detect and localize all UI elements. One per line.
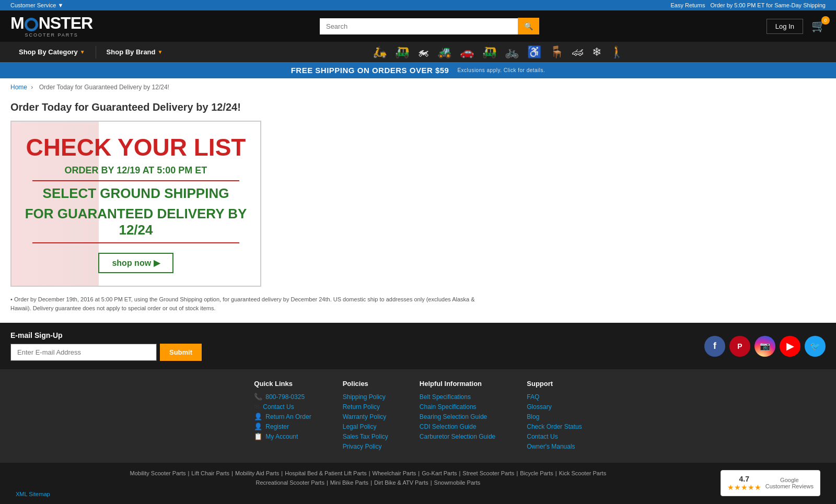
phone-icon: 📞 (254, 393, 262, 401)
owners-manuals-link[interactable]: Owner's Manuals (527, 443, 575, 450)
promo-banner: CHECK YOUR LIST ORDER BY 12/19 AT 5:00 P… (10, 121, 261, 287)
nav-icon-wheelchair[interactable]: ♿ (525, 43, 543, 61)
faq-link[interactable]: FAQ (527, 393, 539, 401)
support-heading: Support (527, 380, 582, 388)
glossary-link[interactable]: Glossary (527, 403, 551, 411)
youtube-icon[interactable]: ▶ (780, 336, 800, 357)
return-icon: 👤 (254, 413, 262, 420)
hospital-bed-link[interactable]: Hospital Bed & Patient Lift Parts (285, 470, 367, 476)
nav-icon-snowmobile[interactable]: ❄ (590, 43, 603, 61)
nav-bar: Shop By Category ▼ Shop By Brand ▼ 🛵 🛺 🏍… (0, 42, 836, 62)
mini-bike-link[interactable]: Mini Bike Parts (330, 479, 368, 486)
quick-links-heading: Quick Links (254, 380, 311, 388)
bottom-links-2: Recreational Scooter Parts | Mini Bike P… (16, 479, 721, 486)
nav-icon-trike[interactable]: 🛺 (480, 43, 498, 61)
search-bar[interactable]: 🔍 (320, 18, 539, 34)
blog-link[interactable]: Blog (527, 413, 539, 420)
return-policy-link[interactable]: Return Policy (343, 403, 380, 411)
login-button[interactable]: Log In (767, 19, 803, 34)
list-item: FAQ (527, 393, 582, 401)
belt-specs-link[interactable]: Belt Specifications (420, 393, 471, 401)
top-bar-right: Easy Returns Order by 5:00 PM ET for Sam… (670, 2, 826, 8)
category-arrow-icon: ▼ (80, 49, 85, 55)
shop-now-button[interactable]: shop now ▶ (98, 253, 173, 273)
shop-by-category[interactable]: Shop By Category ▼ (10, 42, 94, 62)
google-reviews[interactable]: 4.7 ★★★★★ Google Customer Reviews (721, 470, 820, 496)
wheelchair-link[interactable]: Wheelchair Parts (373, 470, 416, 476)
social-icons: f P 📷 ▶ 🐦 (704, 336, 826, 357)
kick-scooter-link[interactable]: Kick Scooter Parts (559, 470, 606, 476)
check-order-link[interactable]: Check Order Status (527, 423, 582, 430)
mobility-aid-link[interactable]: Mobility Aid Parts (235, 470, 279, 476)
recreational-scooter-link[interactable]: Recreational Scooter Parts (256, 479, 324, 486)
submit-button[interactable]: Submit (160, 344, 202, 361)
twitter-icon[interactable]: 🐦 (805, 336, 826, 357)
chain-specs-link[interactable]: Chain Specifications (420, 403, 477, 411)
contact-us-support-link[interactable]: Contact Us (527, 433, 558, 440)
privacy-policy-link[interactable]: Privacy Policy (343, 443, 382, 450)
customer-service-label[interactable]: Customer Service ▼ (10, 2, 63, 8)
footer-links: Quick Links 📞 800-798-0325 ✉ Contact Us … (0, 369, 836, 463)
logo[interactable]: MNSTER SCOOTER PARTS (10, 15, 92, 38)
nav-icon-motorcycle[interactable]: 🏍 (415, 43, 431, 61)
lift-chair-link[interactable]: Lift Chair Parts (191, 470, 229, 476)
list-item: Glossary (527, 403, 582, 411)
list-item: Contact Us (527, 432, 582, 440)
list-item: Bearing Selection Guide (420, 413, 495, 420)
snowmobile-link[interactable]: Snowmobile Parts (434, 479, 481, 486)
xml-sitemap-link[interactable]: XML Sitemap (16, 489, 721, 502)
list-item: Privacy Policy (343, 442, 388, 450)
nav-icon-person[interactable]: 🚶 (608, 43, 626, 61)
nav-icon-gokart[interactable]: 🏎 (570, 43, 586, 61)
footer-return-order[interactable]: Return An Order (265, 413, 311, 420)
bottom-links: Mobility Scooter Parts | Lift Chair Part… (16, 470, 721, 476)
bearing-guide-link[interactable]: Bearing Selection Guide (420, 413, 487, 420)
nav-icon-4wheeler[interactable]: 🚗 (458, 43, 476, 61)
nav-icon-lift[interactable]: 🪑 (548, 43, 566, 61)
shipping-policy-link[interactable]: Shipping Policy (343, 393, 386, 401)
footer-account-row: 📋 My Account (254, 432, 311, 440)
bicycle-parts-link[interactable]: Bicycle Parts (520, 470, 553, 476)
gokart-parts-link[interactable]: Go-Kart Parts (422, 470, 457, 476)
footer-my-account[interactable]: My Account (265, 433, 298, 440)
google-reviews-widget[interactable]: 4.7 ★★★★★ Google Customer Reviews (721, 470, 820, 496)
footer-phone[interactable]: 800-798-0325 (265, 393, 305, 401)
breadcrumb: Home › Order Today for Guaranteed Delive… (0, 78, 836, 96)
instagram-icon[interactable]: 📷 (754, 336, 775, 357)
footer-contact-us[interactable]: Contact Us (263, 403, 294, 411)
promo-bar[interactable]: FREE SHIPPING ON ORDERS OVER $59 Exclusi… (0, 62, 836, 78)
email-input[interactable] (10, 344, 157, 361)
customer-service[interactable]: Customer Service ▼ (10, 2, 63, 8)
bottom-footer-left: Mobility Scooter Parts | Lift Chair Part… (16, 470, 721, 502)
warranty-policy-link[interactable]: Warranty Policy (343, 413, 387, 420)
mobility-scooter-link[interactable]: Mobility Scooter Parts (130, 470, 186, 476)
footer-register[interactable]: Register (265, 423, 289, 430)
carb-guide-link[interactable]: Carburetor Selection Guide (420, 433, 495, 440)
register-icon: 👤 (254, 423, 262, 430)
nav-icon-atv[interactable]: 🚜 (435, 43, 454, 61)
facebook-icon[interactable]: f (704, 336, 725, 357)
policies-list: Shipping Policy Return Policy Warranty P… (343, 393, 388, 450)
footer-quick-links: Quick Links 📞 800-798-0325 ✉ Contact Us … (254, 380, 311, 452)
pinterest-icon[interactable]: P (729, 336, 750, 357)
street-scooter-link[interactable]: Street Scooter Parts (462, 470, 514, 476)
cart-icon[interactable]: 🛒 0 (811, 19, 826, 33)
banner-sub1: ORDER BY 12/19 AT 5:00 PM ET (22, 165, 250, 176)
cdi-guide-link[interactable]: CDI Selection Guide (420, 423, 477, 430)
search-button[interactable]: 🔍 (518, 18, 539, 34)
bottom-footer: Mobility Scooter Parts | Lift Chair Part… (0, 463, 836, 504)
nav-icon-bicycle[interactable]: 🚲 (503, 43, 521, 61)
easy-returns-label: Easy Returns (670, 2, 705, 8)
search-input[interactable] (320, 18, 518, 34)
shop-by-brand[interactable]: Shop By Brand ▼ (98, 42, 171, 62)
header-right: Log In 🛒 0 (767, 19, 826, 34)
legal-policy-link[interactable]: Legal Policy (343, 423, 377, 430)
list-item: Owner's Manuals (527, 442, 582, 450)
footer-policies: Policies Shipping Policy Return Policy W… (343, 380, 388, 452)
sales-tax-policy-link[interactable]: Sales Tax Policy (343, 433, 388, 440)
shop-by-brand-label: Shop By Brand (107, 48, 156, 56)
breadcrumb-home[interactable]: Home (10, 84, 27, 91)
nav-icon-scooter[interactable]: 🛵 (370, 43, 389, 61)
dirt-bike-link[interactable]: Dirt Bike & ATV Parts (374, 479, 428, 486)
nav-icon-moped[interactable]: 🛺 (393, 43, 411, 61)
